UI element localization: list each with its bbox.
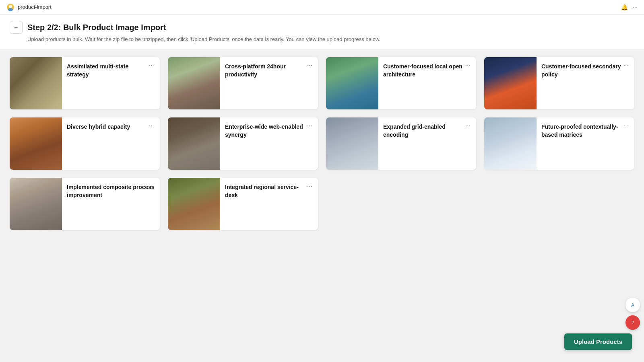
product-card: Integrated regional service-desk ··· [168,178,318,230]
page-header: ← Step 2/2: Bulk Product Image Import Up… [0,14,644,49]
product-image [10,57,62,109]
product-card-body: Assimilated multi-state strategy ··· [62,57,160,109]
product-card-body: Customer-focused secondary policy ··· [537,57,634,109]
product-card: Expanded grid-enabled encoding ··· [326,117,476,170]
product-image [484,117,537,170]
svg-point-2 [8,8,13,11]
product-card-body: Enterprise-wide web-enabled synergy ··· [220,117,318,170]
app-icon [6,3,14,11]
product-title: Diverse hybrid capacity [67,123,140,130]
floating-icons: A ? [625,298,640,330]
translate-icon[interactable]: A [625,298,640,312]
product-card-body: Diverse hybrid capacity ··· [62,117,160,170]
product-card-body: Implemented composite process improvemen… [62,178,160,230]
card-menu-button[interactable]: ··· [305,121,314,130]
card-menu-button[interactable]: ··· [147,121,156,130]
card-menu-button[interactable]: ··· [147,61,156,70]
page-title: Step 2/2: Bulk Product Image Import [27,23,166,32]
product-card: Customer-focused local open architecture… [326,57,476,109]
product-card: Assimilated multi-state strategy ··· [10,57,160,109]
product-image [168,57,220,109]
product-image [10,178,62,230]
product-image [326,57,378,109]
bell-icon[interactable]: 🔔 [621,4,628,10]
support-icon[interactable]: ? [625,315,640,330]
product-title: Cross-platform 24hour productivity [225,63,286,78]
svg-point-1 [9,5,12,8]
product-card: Cross-platform 24hour productivity ··· [168,57,318,109]
card-menu-button[interactable]: ··· [464,121,472,130]
product-card: Diverse hybrid capacity ··· [10,117,160,170]
main-content: Assimilated multi-state strategy ··· Cro… [0,49,644,238]
card-menu-button[interactable]: ··· [305,61,314,70]
svg-text:?: ? [632,321,634,325]
page-subtitle: Upload products in bulk. Wait for the zi… [10,36,634,42]
product-card-body: Customer-focused local open architecture… [378,57,476,109]
product-title: Assimilated multi-state strategy [67,63,128,78]
product-image [484,57,537,109]
product-card: Enterprise-wide web-enabled synergy ··· [168,117,318,170]
product-title: Future-proofed contextually-based matric… [541,123,618,138]
card-menu-button[interactable]: ··· [622,61,630,70]
card-menu-button[interactable]: ··· [464,61,472,70]
product-card-body: Expanded grid-enabled encoding ··· [378,117,476,170]
title-bar-left: product-import [6,3,52,11]
upload-button-container: Upload Products [564,333,632,350]
more-icon[interactable]: ··· [633,4,638,10]
page-header-inner: ← Step 2/2: Bulk Product Image Import [10,21,634,34]
product-image [168,117,220,170]
card-menu-button[interactable]: ··· [622,121,630,130]
card-menu-button[interactable]: ··· [147,182,156,191]
title-bar-right: 🔔 ··· [621,4,638,10]
product-card-body: Future-proofed contextually-based matric… [537,117,634,170]
card-menu-button[interactable]: ··· [305,182,314,191]
product-title: Enterprise-wide web-enabled synergy [225,123,303,138]
product-title: Expanded grid-enabled encoding [383,123,446,138]
product-card: Future-proofed contextually-based matric… [484,117,634,170]
product-title: Implemented composite process improvemen… [67,184,155,198]
product-title: Customer-focused secondary policy [541,63,621,78]
upload-products-button[interactable]: Upload Products [564,333,632,350]
app-name-label: product-import [18,4,52,10]
back-button[interactable]: ← [10,21,23,34]
product-card-body: Integrated regional service-desk ··· [220,178,318,230]
product-title: Customer-focused local open architecture [383,63,462,78]
product-title: Integrated regional service-desk [225,184,299,198]
product-card: Implemented composite process improvemen… [10,178,160,230]
title-bar: product-import 🔔 ··· [0,0,644,14]
product-grid: Assimilated multi-state strategy ··· Cro… [10,57,634,230]
product-image [168,178,220,230]
product-image [326,117,378,170]
product-card-body: Cross-platform 24hour productivity ··· [220,57,318,109]
product-image [10,117,62,170]
product-card: Customer-focused secondary policy ··· [484,57,634,109]
